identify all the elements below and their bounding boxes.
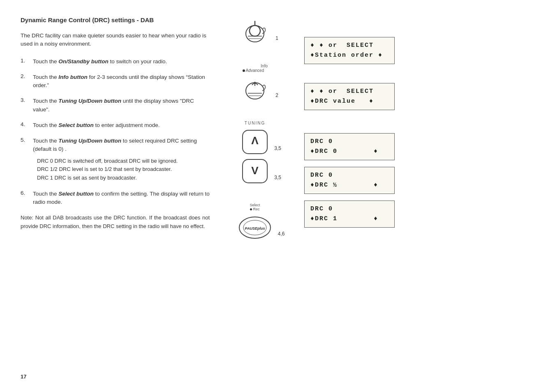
intro-text: The DRC facility can make quieter sounds… bbox=[21, 32, 210, 48]
step-4-text: Touch the Select button to enter adjustm… bbox=[33, 121, 160, 129]
step-4-text2: to enter adjustment mode. bbox=[94, 122, 160, 128]
select-group: Select Rec PAUSEplus 4,6 bbox=[238, 203, 273, 241]
info-btn-wrapper: 2 bbox=[240, 74, 269, 102]
lcd-display-4-row2: ♦DRC ½ ♦ bbox=[310, 180, 388, 190]
lcd-display-2-row1: ♦ ♦ or SELECT bbox=[310, 87, 388, 97]
tuning-up-button-icon: Λ bbox=[241, 129, 269, 155]
info-label: Info bbox=[239, 64, 268, 68]
svg-text:PAUSEplus: PAUSEplus bbox=[245, 226, 265, 231]
tuning-down-badge: 3,5 bbox=[274, 175, 281, 180]
tuning-up-badge: 3,5 bbox=[274, 145, 281, 151]
step-6-bold: Select button bbox=[58, 191, 94, 197]
lcd-display-5: DRC 0 ♦DRC 1 ♦ bbox=[304, 201, 395, 228]
step-1: 1. Touch the On/Standby button to switch… bbox=[21, 58, 210, 66]
step-5-text: Touch the Tuning Up/Down button to selec… bbox=[33, 137, 210, 182]
select-btn-wrapper: PAUSEplus 4,6 bbox=[238, 212, 273, 241]
step-3-bold: Tuning Up/Down button bbox=[58, 98, 121, 104]
rec-dot bbox=[250, 208, 252, 210]
step-6-num: 6. bbox=[21, 190, 33, 196]
step-1-text: Touch the On/Standby button to switch on… bbox=[33, 58, 167, 66]
lcd-display-4-row1: DRC 0 bbox=[310, 171, 388, 180]
step-2: 2. Touch the Info button for 2-3 seconds… bbox=[21, 73, 210, 90]
step-1-num: 1. bbox=[21, 58, 33, 64]
select-label-area: Select Rec bbox=[250, 203, 260, 211]
lcd-display-3-row1: DRC 0 bbox=[310, 137, 388, 147]
select-label-top: Select bbox=[250, 203, 260, 207]
select-badge: 4,6 bbox=[278, 231, 285, 237]
info-button-icon bbox=[240, 74, 269, 102]
step-2-num: 2. bbox=[21, 73, 33, 79]
step-badge-1: 1 bbox=[275, 35, 278, 41]
onstandby-button-icon bbox=[240, 16, 269, 45]
step-badge-2: 2 bbox=[275, 92, 278, 98]
advanced-label-text: Advanced bbox=[246, 68, 264, 73]
lcd-display-2-row2: ♦DRC value ♦ bbox=[310, 97, 388, 106]
display-column: ♦ ♦ or SELECT ♦Station order ♦ ♦ ♦ or SE… bbox=[304, 16, 395, 380]
sublist-item-1: DRC 1/2 DRC level is set to 1/2 that sen… bbox=[37, 165, 210, 174]
note-text: Note: Not all DAB broadcasts use the DRC… bbox=[21, 214, 210, 231]
lcd-display-1-row1: ♦ ♦ or SELECT bbox=[310, 41, 388, 51]
lcd-display-3: DRC 0 ♦DRC 0 ♦ bbox=[304, 133, 395, 160]
svg-text:V: V bbox=[251, 164, 259, 177]
onstandby-btn-wrapper: 1 bbox=[240, 16, 269, 45]
sublist-item-2: DRC 1 DRC is set as sent by broadcaster. bbox=[37, 174, 210, 182]
lcd-display-5-row2: ♦DRC 1 ♦ bbox=[310, 214, 388, 224]
page-title: Dynamic Range Control (DRC) settings - D… bbox=[21, 16, 210, 23]
lcd-display-5-row1: DRC 0 bbox=[310, 204, 388, 214]
step-2-text: Touch the Info button for 2-3 seconds un… bbox=[33, 73, 210, 90]
tuning-down-button-icon: V bbox=[241, 158, 269, 184]
onstandby-button-diagram: 1 bbox=[240, 16, 269, 45]
tuning-group: TUNING Λ 3,5 V 3,5 bbox=[241, 121, 269, 184]
step-3-text: Touch the Tuning Up/Down button until th… bbox=[33, 97, 210, 114]
info-button-diagram: Info Advanced 2 bbox=[240, 64, 269, 102]
lcd-display-1-row2: ♦Station order ♦ bbox=[310, 51, 388, 60]
step-list: 1. Touch the On/Standby button to switch… bbox=[21, 58, 210, 207]
advanced-dot bbox=[243, 69, 245, 72]
sublist-item-0: DRC 0 DRC is switched off, broadcast DRC… bbox=[37, 157, 210, 166]
svg-text:Λ: Λ bbox=[251, 134, 259, 147]
step-4-bold: Select button bbox=[58, 122, 94, 128]
select-rec-label: Rec bbox=[253, 207, 259, 211]
svg-point-0 bbox=[246, 25, 264, 42]
step-3-num: 3. bbox=[21, 97, 33, 103]
step-6: 6. Touch the Select button to confirm th… bbox=[21, 190, 210, 207]
step-4: 4. Touch the Select button to enter adju… bbox=[21, 121, 210, 129]
step-2-bold: Info button bbox=[58, 74, 87, 80]
tuning-label: TUNING bbox=[245, 121, 265, 125]
diagram-column: 1 Info Advanced bbox=[218, 16, 292, 380]
lcd-display-3-row2: ♦DRC 0 ♦ bbox=[310, 147, 388, 157]
step-5: 5. Touch the Tuning Up/Down button to se… bbox=[21, 137, 210, 182]
lcd-display-4: DRC 0 ♦DRC ½ ♦ bbox=[304, 167, 395, 194]
step-5-num: 5. bbox=[21, 137, 33, 143]
step-5-sublist: DRC 0 DRC is switched off, broadcast DRC… bbox=[37, 157, 210, 182]
step-1-bold: On/Standby button bbox=[58, 58, 108, 65]
tuning-up-btn-wrapper: Λ 3,5 bbox=[241, 129, 269, 155]
tuning-down-btn-wrapper: V 3,5 bbox=[241, 158, 269, 184]
lcd-display-1: ♦ ♦ or SELECT ♦Station order ♦ bbox=[304, 37, 395, 64]
select-button-icon: PAUSEplus bbox=[238, 212, 273, 241]
step-5-bold: Tuning Up/Down button bbox=[58, 138, 121, 144]
step-1-text2: to switch on your radio. bbox=[109, 58, 167, 65]
step-6-text: Touch the Select button to confirm the s… bbox=[33, 190, 210, 207]
lcd-display-2: ♦ ♦ or SELECT ♦DRC value ♦ bbox=[304, 83, 395, 110]
advanced-label-area: Advanced bbox=[243, 68, 264, 73]
page-number: 17 bbox=[21, 374, 26, 380]
step-4-num: 4. bbox=[21, 121, 33, 127]
step-3: 3. Touch the Tuning Up/Down button until… bbox=[21, 97, 210, 114]
